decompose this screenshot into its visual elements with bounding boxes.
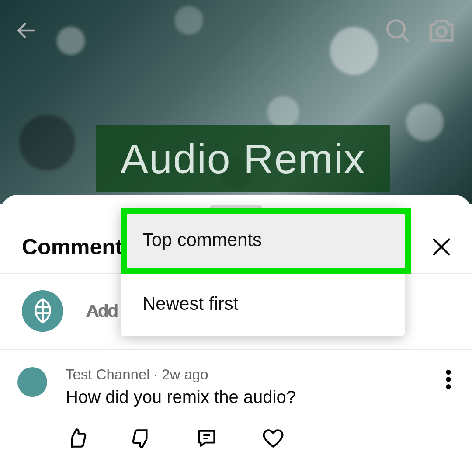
video-title-overlay: Audio Remix xyxy=(96,125,390,192)
comment-text: How did you remix the audio? xyxy=(66,387,440,407)
sort-option-newest-first[interactable]: Newest first xyxy=(121,272,405,336)
comment-meta: Test Channel · 2w ago xyxy=(66,366,440,383)
comment-actions xyxy=(17,425,455,452)
add-comment-visible-stub: Add xyxy=(87,301,118,321)
camera-icon xyxy=(427,16,456,45)
leaf-avatar-icon xyxy=(29,297,57,325)
svg-point-11 xyxy=(446,384,451,389)
divider xyxy=(0,349,472,350)
sort-option-label: Newest first xyxy=(142,293,238,314)
back-arrow-icon xyxy=(14,19,38,42)
svg-point-3 xyxy=(437,27,446,37)
comment-age: 2w ago xyxy=(162,366,208,382)
svg-point-9 xyxy=(446,370,451,375)
reply-button[interactable] xyxy=(197,425,262,452)
comments-heading: Comments xyxy=(22,234,135,260)
more-vertical-icon xyxy=(446,370,451,389)
dislike-button[interactable] xyxy=(131,425,197,452)
comments-bottom-sheet: Comments Add Test Channel · 2w ago How xyxy=(0,195,472,476)
commenter-avatar[interactable] xyxy=(17,367,47,397)
comment-author[interactable]: Test Channel xyxy=(66,366,150,382)
like-button[interactable] xyxy=(66,425,131,452)
svg-point-10 xyxy=(446,377,451,382)
comment-item: Test Channel · 2w ago How did you remix … xyxy=(0,357,472,452)
close-comments-button[interactable] xyxy=(428,234,455,260)
back-button[interactable] xyxy=(13,17,39,44)
user-avatar xyxy=(22,290,63,332)
camera-button[interactable] xyxy=(424,13,459,48)
thumbs-down-icon xyxy=(131,427,153,449)
close-icon xyxy=(430,236,453,258)
sort-dropdown: Top comments Newest first xyxy=(121,208,405,336)
heart-icon xyxy=(262,427,284,449)
video-title-text: Audio Remix xyxy=(121,135,366,183)
sort-option-label: Top comments xyxy=(142,229,262,250)
search-icon xyxy=(384,17,411,44)
search-button[interactable] xyxy=(380,13,415,48)
comment-more-button[interactable] xyxy=(440,366,457,393)
sort-option-top-comments[interactable]: Top comments xyxy=(121,208,405,272)
thumbs-up-icon xyxy=(66,427,87,449)
comment-bubble-icon xyxy=(197,428,217,448)
heart-button[interactable] xyxy=(262,425,328,452)
meta-separator: · xyxy=(150,366,162,382)
video-player-area[interactable]: Audio Remix xyxy=(0,0,472,204)
video-top-bar xyxy=(0,0,472,61)
svg-line-2 xyxy=(402,35,408,41)
